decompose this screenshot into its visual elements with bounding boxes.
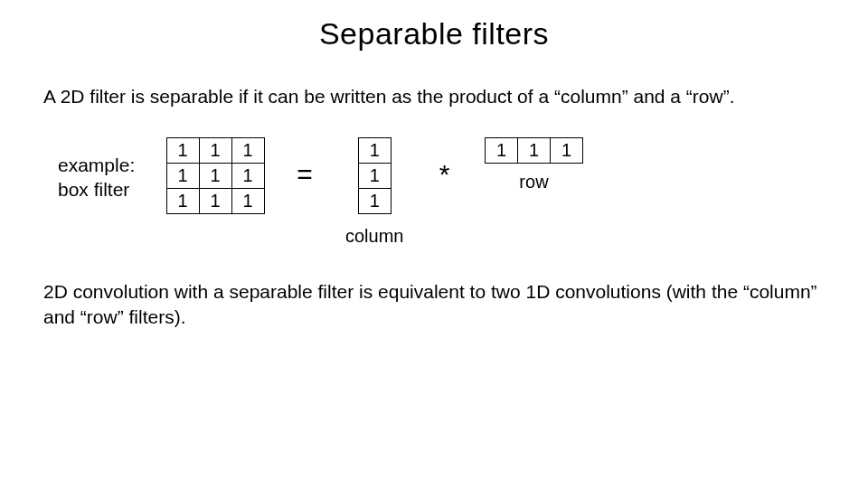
matrix-cell: 1 (231, 163, 265, 189)
row-vector-group: 1 1 1 row (485, 137, 582, 192)
intro-text: A 2D filter is separable if it can be wr… (0, 52, 868, 108)
example-label-line1: example: (58, 155, 135, 175)
matrix-cell: 1 (485, 137, 518, 164)
row-label: row (519, 163, 548, 192)
box-filter-matrix: 1 1 1 1 1 1 1 1 1 (166, 137, 264, 213)
matrix-cell: 1 (231, 137, 265, 164)
matrix-cell: 1 (166, 163, 200, 189)
matrix-cell: 1 (550, 137, 583, 164)
matrix-cell: 1 (166, 188, 200, 214)
matrix-cell: 1 (358, 137, 392, 164)
column-vector: 1 1 1 (358, 137, 391, 213)
matrix-cell: 1 (517, 137, 551, 164)
slide-title: Separable filters (0, 0, 868, 52)
matrix-cell: 1 (231, 188, 265, 214)
row-vector: 1 1 1 (485, 137, 582, 163)
equals-sign: = (264, 137, 345, 190)
star-sign: * (403, 137, 485, 190)
matrix-cell: 1 (166, 137, 200, 164)
conclusion-text: 2D convolution with a separable filter i… (0, 247, 868, 329)
example-label: example: box filter (58, 137, 166, 202)
column-vector-group: 1 1 1 column (345, 137, 403, 247)
diagram-row: example: box filter 1 1 1 1 1 1 1 1 1 = … (0, 108, 868, 247)
example-label-line2: box filter (58, 179, 129, 200)
matrix-cell: 1 (358, 188, 392, 214)
column-label: column (345, 213, 403, 247)
matrix-cell: 1 (199, 163, 232, 189)
matrix-cell: 1 (199, 137, 232, 164)
matrix-cell: 1 (199, 188, 232, 214)
matrix-cell: 1 (358, 163, 392, 189)
